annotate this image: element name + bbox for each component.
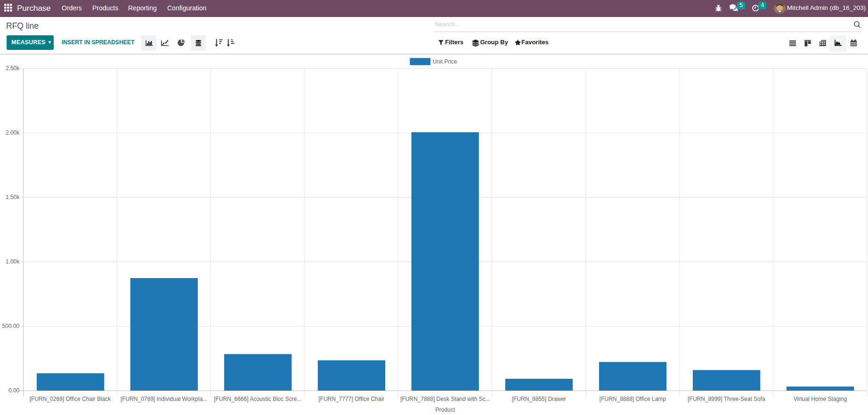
svg-text:[FURN_7888] Desk Stand with Sc: [FURN_7888] Desk Stand with Sc... (400, 396, 490, 402)
svg-text:1.00k: 1.00k (6, 258, 20, 265)
svg-text:Unit Price: Unit Price (433, 58, 457, 65)
svg-text:500.00: 500.00 (2, 323, 20, 329)
svg-text:Product: Product (436, 407, 455, 413)
svg-text:[FURN_8999] Three-Seat Sofa: [FURN_8999] Three-Seat Sofa (688, 396, 765, 402)
svg-text:2.00k: 2.00k (6, 129, 20, 136)
svg-text:[FURN_0789] Individual Workpla: [FURN_0789] Individual Workpla... (121, 396, 208, 402)
svg-text:0.00: 0.00 (8, 387, 20, 394)
svg-text:1.50k: 1.50k (6, 194, 20, 200)
svg-text:2.50k: 2.50k (6, 65, 20, 72)
svg-text:[FURN_7777] Office Chair: [FURN_7777] Office Chair (318, 396, 384, 402)
svg-text:[FURN_6666] Acoustic Bloc Scre: [FURN_6666] Acoustic Bloc Scre... (214, 396, 301, 402)
svg-text:[FURN_8888] Office Lamp: [FURN_8888] Office Lamp (600, 396, 666, 402)
svg-text:Virtual Home Staging: Virtual Home Staging (794, 396, 847, 402)
svg-text:[FURN_8855] Drawer: [FURN_8855] Drawer (512, 396, 566, 402)
svg-text:[FURN_0269] Office Chair Black: [FURN_0269] Office Chair Black (30, 396, 112, 402)
